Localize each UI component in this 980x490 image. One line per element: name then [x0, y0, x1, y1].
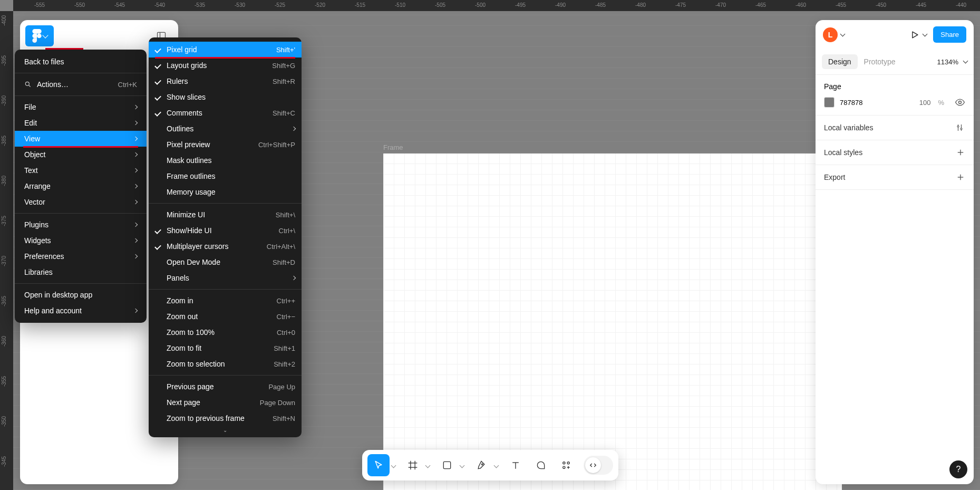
- frame[interactable]: [383, 153, 842, 490]
- check-icon: [155, 79, 161, 84]
- chevron-down-icon[interactable]: [923, 31, 928, 36]
- page-color-swatch[interactable]: [824, 97, 835, 108]
- svg-point-6: [957, 126, 959, 127]
- actions-icon: [561, 460, 571, 470]
- submenu-show-hide-ui[interactable]: Show/Hide UICtrl+\: [149, 223, 302, 238]
- frame-tool[interactable]: [402, 454, 424, 476]
- plus-icon[interactable]: [956, 172, 965, 182]
- submenu-zoom-in[interactable]: Zoom inCtrl++: [149, 293, 302, 309]
- submenu-rulers[interactable]: RulersShift+R: [149, 73, 302, 89]
- submenu-open-dev-mode[interactable]: Open Dev ModeShift+D: [149, 254, 302, 270]
- menu-plugins[interactable]: Plugins: [15, 217, 147, 233]
- visibility-icon[interactable]: [955, 97, 965, 108]
- submenu-multiplayer-cursors[interactable]: Multiplayer cursorsCtrl+Alt+\: [149, 238, 302, 254]
- submenu-scroll-down-icon[interactable]: ⌄: [149, 426, 302, 433]
- svg-point-22: [567, 462, 569, 464]
- menu-view[interactable]: View: [15, 131, 147, 147]
- submenu-panels[interactable]: Panels: [149, 270, 302, 286]
- tab-design[interactable]: Design: [822, 54, 858, 69]
- submenu-pixel-preview[interactable]: Pixel previewCtrl+Shift+P: [149, 137, 302, 152]
- submenu-zoom-prev-frame[interactable]: Zoom to previous frameShift+N: [149, 410, 302, 426]
- svg-line-3: [29, 85, 31, 87]
- menu-libraries[interactable]: Libraries: [15, 264, 147, 280]
- chevron-down-icon[interactable]: [425, 463, 430, 468]
- submenu-memory-usage[interactable]: Memory usage: [149, 184, 302, 200]
- figma-menu-button[interactable]: [25, 25, 54, 46]
- chevron-down-icon[interactable]: [840, 31, 846, 36]
- chevron-down-icon[interactable]: [493, 463, 499, 468]
- present-icon[interactable]: [909, 30, 920, 40]
- svg-point-8: [960, 128, 962, 130]
- local-variables-row[interactable]: Local variables: [816, 116, 974, 140]
- text-tool[interactable]: [504, 454, 527, 476]
- menu-help[interactable]: Help and account: [15, 303, 147, 319]
- text-icon: [510, 460, 521, 470]
- share-button[interactable]: Share: [933, 26, 966, 43]
- menu-open-desktop[interactable]: Open in desktop app: [15, 287, 147, 303]
- comment-tool[interactable]: [530, 454, 552, 476]
- svg-point-21: [562, 462, 565, 464]
- check-icon: [155, 244, 161, 249]
- submenu-zoom-out[interactable]: Zoom outCtrl+−: [149, 309, 302, 324]
- section-title-page: Page: [824, 82, 965, 91]
- menu-arrange[interactable]: Arrange: [15, 178, 147, 194]
- help-button[interactable]: ?: [949, 460, 967, 478]
- chevron-down-icon[interactable]: [391, 463, 396, 468]
- dev-mode-toggle[interactable]: [584, 456, 613, 475]
- svg-point-23: [562, 466, 565, 468]
- code-icon: [588, 460, 598, 470]
- pen-icon: [476, 460, 487, 470]
- toolbar: [362, 450, 618, 481]
- menu-edit[interactable]: Edit: [15, 115, 147, 131]
- comment-icon: [536, 460, 546, 470]
- menu-back-to-files[interactable]: Back to files: [15, 54, 147, 70]
- submenu-pixel-grid[interactable]: Pixel gridShift+': [149, 42, 302, 57]
- rectangle-icon: [442, 460, 452, 470]
- svg-point-4: [959, 101, 962, 104]
- menu-file[interactable]: File: [15, 99, 147, 115]
- svg-point-2: [25, 82, 29, 85]
- local-styles-row[interactable]: Local styles: [816, 140, 974, 165]
- submenu-comments[interactable]: CommentsShift+C: [149, 105, 302, 121]
- chevron-down-icon[interactable]: [459, 463, 464, 468]
- plus-icon[interactable]: [956, 148, 965, 157]
- actions-tool[interactable]: [555, 454, 577, 476]
- check-icon: [155, 94, 161, 100]
- move-tool[interactable]: [367, 454, 390, 476]
- submenu-show-slices[interactable]: Show slices: [149, 89, 302, 105]
- menu-vector[interactable]: Vector: [15, 194, 147, 210]
- frame-label[interactable]: Frame: [383, 143, 403, 151]
- user-avatar[interactable]: L: [823, 27, 838, 42]
- check-icon: [155, 228, 161, 233]
- submenu-mask-outlines[interactable]: Mask outlines: [149, 152, 302, 168]
- submenu-previous-page[interactable]: Previous pagePage Up: [149, 379, 302, 395]
- page-color-hex[interactable]: 787878: [840, 99, 914, 107]
- menu-actions[interactable]: Actions…Ctrl+K: [15, 76, 147, 92]
- submenu-next-page[interactable]: Next pagePage Down: [149, 395, 302, 410]
- submenu-layout-grids[interactable]: Layout gridsShift+G: [149, 57, 302, 73]
- submenu-zoom-to-fit[interactable]: Zoom to fitShift+1: [149, 340, 302, 356]
- right-panel: L Share Design Prototype 1134% Page 7878…: [816, 20, 974, 484]
- check-icon: [155, 47, 161, 52]
- shape-tool[interactable]: [436, 454, 458, 476]
- submenu-zoom-to-selection[interactable]: Zoom to selectionShift+2: [149, 356, 302, 372]
- page-opacity[interactable]: 100: [919, 99, 931, 107]
- submenu-outlines[interactable]: Outlines: [149, 121, 302, 137]
- submenu-minimize-ui[interactable]: Minimize UIShift+\: [149, 207, 302, 223]
- menu-widgets[interactable]: Widgets: [15, 233, 147, 248]
- zoom-level[interactable]: 1134%: [937, 58, 967, 66]
- menu-preferences[interactable]: Preferences: [15, 248, 147, 264]
- pen-tool[interactable]: [470, 454, 492, 476]
- menu-text[interactable]: Text: [15, 162, 147, 178]
- tab-prototype[interactable]: Prototype: [858, 54, 902, 69]
- submenu-frame-outlines[interactable]: Frame outlines: [149, 168, 302, 184]
- page-section: Page 787878 100 %: [816, 75, 974, 116]
- svg-point-18: [481, 464, 483, 465]
- sliders-icon[interactable]: [956, 123, 965, 132]
- export-row[interactable]: Export: [816, 165, 974, 190]
- svg-rect-17: [443, 462, 450, 468]
- check-icon: [155, 110, 161, 116]
- menu-object[interactable]: Object: [15, 147, 147, 162]
- submenu-zoom-100[interactable]: Zoom to 100%Ctrl+0: [149, 324, 302, 340]
- chevron-down-icon: [963, 59, 968, 64]
